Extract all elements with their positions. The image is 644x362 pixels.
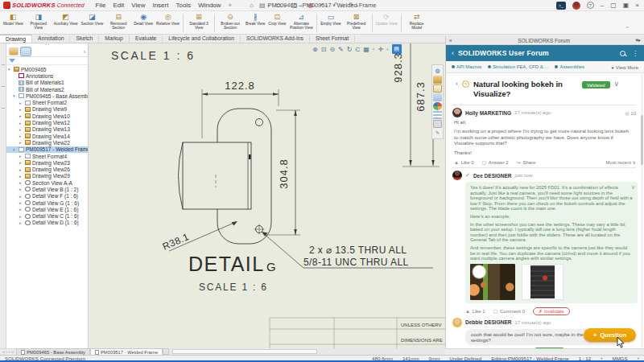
- drawing-canvas[interactable]: SCALE 1 : 6 122.8 304.8 928.3: [89, 43, 445, 348]
- expand-icon[interactable]: ▸: [19, 154, 23, 158]
- search-icon[interactable]: [620, 51, 625, 56]
- design-library-icon[interactable]: [433, 76, 442, 84]
- answer-author[interactable]: Dee DESIGNER: [473, 173, 512, 179]
- collapse-ribbon-icon[interactable]: ⌃: [625, 26, 630, 32]
- tree-item-welded-frame-sheet[interactable]: ▾PM009517 - Welded Frame: [6, 146, 88, 153]
- replace-model-button[interactable]: ⇄Replace Model: [403, 12, 431, 34]
- tree-item-drawing-view10[interactable]: ▸Drawing View10: [6, 113, 88, 119]
- tab-evaluate[interactable]: Evaluate: [130, 35, 163, 43]
- collapse-thread-icon[interactable]: ∨: [614, 80, 620, 88]
- collapse-answer-icon[interactable]: ∨: [631, 185, 635, 191]
- display-manager-tab-icon[interactable]: [21, 47, 31, 56]
- user-avatar[interactable]: [572, 2, 580, 10]
- answer-comment-button[interactable]: ▢ Comment 0: [493, 308, 525, 314]
- callout-line1[interactable]: 2 x ⌀ 13.5 THRU ALL: [309, 245, 407, 256]
- tab-lifecycle-collaboration[interactable]: Lifecycle and Collaboration: [163, 35, 241, 43]
- zoom-fit-icon[interactable]: ⊕: [312, 46, 318, 53]
- share-button[interactable]: ↪ Share: [517, 159, 536, 165]
- view-palette-icon[interactable]: [433, 93, 442, 101]
- undo-icon[interactable]: ↶: [333, 2, 339, 9]
- appearances-scenes-icon[interactable]: [433, 102, 442, 110]
- home-icon[interactable]: ⌂: [250, 2, 254, 9]
- tab-solidworks-addins[interactable]: SOLIDWORKS Add-Ins: [241, 35, 310, 43]
- attachment-settings-image[interactable]: [522, 264, 564, 300]
- forum-pane-icon[interactable]: ✎: [433, 129, 442, 137]
- sketch-icon[interactable]: ✎: [338, 46, 344, 53]
- empty-view-button[interactable]: ▭Empty View: [319, 12, 342, 34]
- sheet-nav-controls[interactable]: ‹‹ ‹ › ››: [0, 348, 16, 355]
- redo-dropdown-icon[interactable]: ▾: [356, 3, 358, 8]
- expand-icon[interactable]: ▾: [13, 93, 17, 98]
- tree-item-detail-view-c[interactable]: ▸Detail View C (1 : 6): [6, 213, 88, 220]
- tree-item-drawing-view14[interactable]: ▸Drawing View14: [6, 133, 88, 139]
- projected-view-button[interactable]: ◨Projected View: [25, 12, 52, 34]
- expand-icon[interactable]: ▸: [19, 200, 23, 205]
- menu-insert[interactable]: Insert: [152, 2, 168, 10]
- expand-icon[interactable]: ▸: [19, 107, 23, 112]
- sort-dropdown[interactable]: Most recent ∨: [606, 159, 636, 165]
- part-body-outline[interactable]: [183, 142, 251, 209]
- close-button[interactable]: ×: [635, 2, 639, 9]
- tree-item-drawing-view9[interactable]: ▸Drawing View9: [6, 106, 88, 113]
- redo-icon[interactable]: ↷: [349, 2, 354, 9]
- expand-icon[interactable]: ▸: [19, 194, 23, 199]
- dim-outer-text[interactable]: 928.3: [392, 52, 404, 83]
- previous-thread-icon[interactable]: ‹: [456, 80, 458, 88]
- attachment-render-image[interactable]: [470, 264, 515, 300]
- horizontal-scrollbar-thumb[interactable]: [172, 349, 317, 354]
- tree-item-sheet-format2[interactable]: ▸Sheet Format2: [6, 99, 88, 105]
- new-dropdown-icon[interactable]: ▾: [268, 3, 270, 8]
- section-view-button[interactable]: ◪Section View: [80, 12, 105, 34]
- menu-file[interactable]: File: [96, 2, 106, 10]
- tree-item-detail-view-e[interactable]: ▸Detail View E (1 : 6): [6, 206, 88, 212]
- horizontal-scrollbar[interactable]: [169, 348, 445, 355]
- feature-tree-tab-icon[interactable]: [9, 47, 19, 56]
- predefined-view-button[interactable]: ⊠Predefined View: [343, 12, 370, 34]
- tree-item-drawing-view26[interactable]: ▸Drawing View26: [6, 166, 88, 172]
- tree-item-base-assembly-sheet[interactable]: ▾PM009465 - Base Assembly: [6, 93, 88, 99]
- dim-width-text[interactable]: 122.8: [225, 80, 255, 92]
- expand-icon[interactable]: ▸: [19, 140, 23, 145]
- tree-item-drawing-view29[interactable]: ▸Drawing View29: [6, 173, 88, 179]
- expand-icon[interactable]: ▸: [19, 214, 23, 219]
- rotate-view-icon[interactable]: ↻: [347, 46, 353, 53]
- post-author[interactable]: Holly MARKETING: [465, 110, 511, 116]
- tab-sheet-format[interactable]: Sheet Format: [310, 35, 355, 43]
- radius-text[interactable]: R38.1: [161, 231, 191, 253]
- help-icon[interactable]: ?: [587, 2, 594, 9]
- broken-out-section-button[interactable]: ⊝Broken-out Section: [217, 12, 244, 34]
- save-icon[interactable]: ◫: [291, 2, 298, 9]
- open-icon[interactable]: ▭: [275, 2, 282, 9]
- detail-view-button[interactable]: ◉Detail View: [132, 12, 155, 34]
- display-style-icon[interactable]: ▦: [363, 46, 369, 53]
- menu-tools[interactable]: Tools: [175, 2, 191, 10]
- relative-view-button[interactable]: ◎Relative View: [155, 12, 181, 34]
- view-settings-icon[interactable]: ▤: [392, 44, 402, 54]
- open-dropdown-icon[interactable]: ▾: [284, 3, 287, 8]
- tree-item-annotations[interactable]: Annotations: [6, 72, 88, 79]
- command-prompt-icon[interactable]: >_: [556, 2, 566, 10]
- community-tab-api-macros[interactable]: API Macros: [452, 64, 481, 69]
- comment-author[interactable]: Debbie DESIGNER: [465, 319, 511, 325]
- community-tab-assemblies[interactable]: Assemblies: [555, 64, 584, 69]
- zoom-area-icon[interactable]: ⊡: [321, 46, 327, 53]
- tree-item-drawing-view13[interactable]: ▸Drawing View13: [6, 126, 88, 133]
- more-options-icon[interactable]: ⋮: [632, 50, 638, 57]
- new-question-button[interactable]: +Question: [584, 328, 636, 342]
- answer-button[interactable]: ▢ Answer 2: [482, 159, 509, 165]
- undock-panel-icon[interactable]: ▸: [638, 37, 641, 43]
- model-view-button[interactable]: ◧Model View: [2, 12, 25, 34]
- break-view-button[interactable]: ∦Break View: [244, 12, 266, 34]
- tree-item-detail-view-d[interactable]: ▸Detail View D (1 : 6): [6, 220, 88, 226]
- lifecycle-icon[interactable]: ◍: [308, 2, 313, 9]
- alternate-position-view-button[interactable]: ⊿Alternate Position View: [287, 12, 315, 34]
- tree-item-drawing-view22[interactable]: ▸Drawing View22: [6, 139, 88, 146]
- tree-item-sheet-format4[interactable]: ▸Sheet Format4: [6, 153, 88, 159]
- filter-icon[interactable]: [9, 59, 15, 63]
- forum-scrollbar-thumb[interactable]: [641, 115, 643, 165]
- hide-show-items-icon[interactable]: ✛: [378, 46, 383, 53]
- sheet-tab-base-assembly[interactable]: PM009465 - Base Assembly: [16, 348, 90, 355]
- new-document-icon[interactable]: ▤: [259, 2, 266, 9]
- 3dexperience-home-icon[interactable]: ◍: [433, 67, 442, 75]
- expand-icon[interactable]: ▸: [19, 113, 23, 118]
